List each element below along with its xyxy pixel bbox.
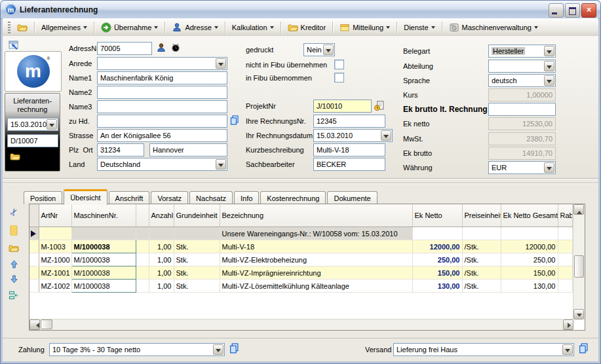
cell[interactable] bbox=[462, 227, 501, 240]
cell-maschinennr[interactable]: M/1000038 bbox=[71, 253, 136, 266]
toolbar-grip[interactable] bbox=[8, 22, 10, 33]
chevron-down-icon[interactable] bbox=[544, 61, 554, 71]
cell[interactable] bbox=[71, 227, 136, 240]
copy-icon[interactable] bbox=[578, 342, 589, 354]
cell-rabatt[interactable] bbox=[558, 253, 572, 266]
chevron-down-icon[interactable] bbox=[544, 75, 554, 86]
folder-icon[interactable] bbox=[8, 243, 20, 253]
sachbearbeiter-field[interactable]: BECKER bbox=[313, 158, 385, 171]
vertical-scrollbar[interactable] bbox=[573, 204, 585, 319]
vscroll-thumb[interactable] bbox=[574, 255, 584, 278]
minimize-button[interactable] bbox=[549, 3, 564, 18]
menu-allgemeines[interactable]: Allgemeines bbox=[37, 22, 91, 33]
name1-field[interactable]: Maschinenfabrik König bbox=[97, 71, 227, 84]
adressnr-field[interactable]: 70005 bbox=[97, 42, 152, 55]
table-row[interactable]: MZ-1001 M/1000038 1,00 Stk. Multi-VZ-Imp… bbox=[29, 266, 572, 280]
versand-combo[interactable]: Lieferung frei Haus bbox=[393, 343, 574, 356]
col-grundeinheit[interactable]: Grundeinheit bbox=[174, 204, 220, 227]
cell-anzahl[interactable]: 1,00 bbox=[149, 266, 174, 280]
tab-dokumente[interactable]: Dokumente bbox=[327, 191, 377, 204]
menu-maschinenverwaltung[interactable]: Maschinenverwaltung bbox=[445, 21, 542, 34]
cell[interactable] bbox=[136, 253, 149, 266]
cell-ek-netto-gesamt[interactable]: 12000,00 bbox=[501, 240, 558, 253]
cell-grundeinheit[interactable]: Stk. bbox=[174, 253, 220, 266]
tab-info[interactable]: Info bbox=[234, 191, 259, 204]
fibu-uebernehmen-checkbox[interactable] bbox=[334, 60, 344, 69]
folder-icon[interactable] bbox=[9, 151, 21, 162]
chevron-down-icon[interactable] bbox=[562, 344, 573, 355]
cell-artnr[interactable]: MZ-1000 bbox=[39, 253, 71, 266]
cell[interactable] bbox=[136, 280, 149, 293]
name3-field[interactable] bbox=[97, 100, 227, 113]
menu-dienste[interactable]: Dienste bbox=[400, 22, 438, 33]
waehrung-combo[interactable]: EUR bbox=[488, 161, 556, 174]
chevron-down-icon[interactable] bbox=[323, 45, 334, 55]
tab-uebersicht[interactable]: Übersicht bbox=[64, 189, 107, 205]
info-row[interactable]: Unsere Wareneingangs-Nr.: W/10058 vom: 1… bbox=[29, 227, 572, 240]
cell-ek-netto[interactable]: 250,00 bbox=[412, 253, 462, 266]
menu-adresse[interactable]: Adresse bbox=[168, 21, 222, 34]
col-ek-netto-gesamt[interactable]: Ek Netto Gesamt bbox=[501, 204, 558, 227]
cell-bezeichnung[interactable]: Multi-VZ-Lösemittelkühlung Kälteanlage bbox=[220, 280, 412, 293]
chevron-down-icon[interactable] bbox=[216, 58, 226, 69]
cell-preiseinheit[interactable]: /Stk. bbox=[462, 280, 501, 293]
cell[interactable] bbox=[39, 227, 71, 240]
tab-nachsatz[interactable]: Nachsatz bbox=[189, 191, 233, 204]
zahlung-combo[interactable]: 10 Tage 3% - 30 Tage netto bbox=[49, 343, 225, 356]
cell[interactable] bbox=[558, 227, 572, 240]
cell-bezeichnung[interactable]: Multi-VZ-Elektrobeheizung bbox=[220, 253, 412, 266]
ort-field[interactable]: Hannover bbox=[149, 143, 227, 156]
table-row[interactable]: MZ-1002 M/1000038 1,00 Stk. Multi-VZ-Lös… bbox=[29, 280, 572, 293]
copy-icon[interactable] bbox=[229, 115, 240, 126]
paste-icon[interactable] bbox=[9, 225, 19, 236]
cell-ek-netto-gesamt[interactable]: 150,00 bbox=[501, 266, 558, 280]
col-bezeichnung[interactable]: Bezeichnung bbox=[220, 204, 412, 227]
cell-preiseinheit[interactable]: /Stk. bbox=[462, 266, 501, 280]
cell-anzahl[interactable]: 1,00 bbox=[149, 280, 174, 293]
cell[interactable] bbox=[136, 227, 149, 240]
chevron-down-icon[interactable] bbox=[381, 130, 391, 141]
col-preiseinheit[interactable]: Preiseinheit bbox=[462, 204, 501, 227]
contact-person-icon[interactable] bbox=[156, 43, 166, 53]
cell-artnr[interactable]: M-1003 bbox=[39, 240, 71, 253]
land-combo[interactable]: Deutschland bbox=[97, 158, 227, 171]
scroll-up-button[interactable] bbox=[573, 204, 584, 215]
open-folder-button[interactable] bbox=[13, 21, 31, 34]
move-up-icon[interactable] bbox=[10, 260, 18, 268]
cell[interactable] bbox=[501, 227, 558, 240]
document-number-field[interactable]: D/10007 bbox=[7, 134, 58, 147]
scroll-right-button[interactable] bbox=[563, 319, 573, 330]
alarm-clock-icon[interactable] bbox=[170, 43, 181, 53]
chevron-down-icon[interactable] bbox=[544, 46, 554, 56]
titlebar[interactable]: m Lieferantenrechnung × bbox=[1, 1, 600, 19]
tab-position[interactable]: Position bbox=[24, 191, 62, 204]
cell-artnr[interactable]: MZ-1002 bbox=[39, 280, 71, 293]
cell-artnr[interactable]: MZ-1001 bbox=[39, 266, 71, 280]
scroll-down-button[interactable] bbox=[573, 309, 584, 319]
col-maschinennr[interactable]: MaschinenNr. bbox=[71, 204, 136, 227]
belegart-combo[interactable]: Hersteller bbox=[488, 45, 556, 58]
cell-ek-netto[interactable]: 12000,00 bbox=[412, 240, 462, 253]
chevron-down-icon[interactable] bbox=[213, 344, 223, 355]
tab-anschrift[interactable]: Anschrift bbox=[109, 191, 150, 204]
col-ek-netto[interactable]: Ek Netto bbox=[412, 204, 462, 227]
row-marker[interactable] bbox=[29, 253, 39, 266]
row-marker[interactable] bbox=[29, 240, 39, 253]
name2-field[interactable] bbox=[97, 86, 227, 99]
menu-kreditor[interactable]: Kreditor bbox=[284, 21, 330, 34]
insert-row-icon[interactable] bbox=[9, 290, 19, 300]
close-button[interactable]: × bbox=[581, 3, 596, 18]
cut-icon[interactable]: ✂ bbox=[7, 206, 21, 219]
plz-field[interactable]: 31234 bbox=[97, 143, 144, 156]
abteilung-combo[interactable] bbox=[488, 60, 556, 73]
move-down-icon[interactable] bbox=[10, 275, 18, 283]
chevron-down-icon[interactable] bbox=[47, 119, 57, 130]
chevron-down-icon[interactable] bbox=[216, 159, 226, 170]
row-marker[interactable] bbox=[29, 266, 39, 280]
cell[interactable] bbox=[174, 227, 220, 240]
cell[interactable] bbox=[412, 227, 462, 240]
col-artnr[interactable]: ArtNr bbox=[39, 204, 71, 227]
kurzbeschreibung-field[interactable]: Multi-V-18 bbox=[313, 143, 385, 156]
anrede-combo[interactable] bbox=[97, 57, 227, 70]
cell-ek-netto-gesamt[interactable]: 250,00 bbox=[501, 253, 558, 266]
